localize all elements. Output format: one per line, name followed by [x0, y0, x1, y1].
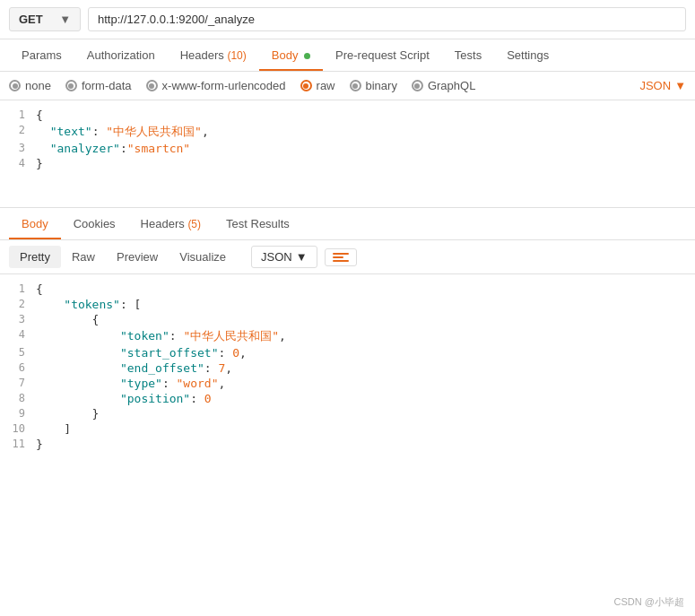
resp-json-chevron-icon: ▼ — [296, 250, 308, 264]
fmt-tab-visualize[interactable]: Visualize — [169, 246, 237, 268]
headers-badge: (10) — [227, 49, 246, 62]
radio-raw-circle — [300, 80, 312, 91]
response-tabs: Body Cookies Headers (5) Test Results — [0, 208, 695, 240]
resp-tab-cookies[interactable]: Cookies — [61, 208, 128, 239]
radio-raw[interactable]: raw — [300, 79, 335, 92]
watermark: CSDN @小毕超 — [614, 595, 684, 609]
tab-params[interactable]: Params — [9, 39, 74, 71]
tab-settings[interactable]: Settings — [494, 39, 561, 71]
radio-binary[interactable]: binary — [350, 79, 397, 92]
req-line-1: 1 { — [0, 108, 695, 123]
wrap-line-1 — [333, 253, 349, 255]
body-type-bar: none form-data x-www-form-urlencoded raw… — [0, 72, 695, 100]
wrap-line-2 — [333, 256, 343, 258]
resp-line-8: 8 "position": 0 — [0, 391, 695, 406]
method-label: GET — [19, 13, 43, 26]
radio-binary-circle — [350, 80, 361, 91]
method-select[interactable]: GET ▼ — [9, 7, 81, 31]
resp-line-7: 7 "type": "word", — [0, 376, 695, 391]
url-bar: GET ▼ — [0, 0, 695, 39]
resp-headers-badge: (5) — [187, 218, 201, 230]
resp-line-3: 3 { — [0, 312, 695, 327]
tab-headers[interactable]: Headers (10) — [168, 39, 259, 71]
json-chevron-icon: ▼ — [674, 79, 686, 92]
fmt-tab-raw[interactable]: Raw — [61, 246, 106, 268]
radio-graphql[interactable]: GraphQL — [412, 79, 475, 92]
radio-graphql-circle — [412, 80, 423, 91]
resp-line-2: 2 "tokens": [ — [0, 297, 695, 312]
resp-line-10: 10 ] — [0, 421, 695, 437]
req-line-2: 2 "text": "中华人民共和国", — [0, 123, 695, 141]
wrap-icon[interactable] — [325, 248, 357, 266]
resp-line-4: 4 "token": "中华人民共和国", — [0, 327, 695, 345]
tab-tests[interactable]: Tests — [442, 39, 494, 71]
response-format-bar: Pretty Raw Preview Visualize JSON ▼ — [0, 240, 695, 274]
tab-pre-request[interactable]: Pre-request Script — [323, 39, 442, 71]
tab-body[interactable]: Body — [259, 39, 323, 71]
fmt-tab-pretty[interactable]: Pretty — [9, 246, 61, 268]
radio-urlencoded-circle — [146, 80, 158, 91]
req-line-4: 4 } — [0, 156, 695, 171]
resp-tab-body[interactable]: Body — [9, 208, 61, 239]
json-type-dropdown[interactable]: JSON ▼ — [639, 79, 686, 92]
tab-authorization[interactable]: Authorization — [74, 39, 168, 71]
resp-tab-headers[interactable]: Headers (5) — [128, 208, 213, 239]
radio-none-circle — [9, 80, 21, 91]
resp-tab-test-results[interactable]: Test Results — [213, 208, 302, 239]
radio-form-data-circle — [65, 80, 77, 91]
radio-urlencoded[interactable]: x-www-form-urlencoded — [146, 79, 286, 92]
radio-none[interactable]: none — [9, 79, 51, 92]
fmt-tab-preview[interactable]: Preview — [106, 246, 169, 268]
request-tabs: Params Authorization Headers (10) Body P… — [0, 39, 695, 72]
method-chevron-icon: ▼ — [59, 13, 71, 26]
radio-form-data[interactable]: form-data — [65, 79, 132, 92]
request-body-editor[interactable]: 1 { 2 "text": "中华人民共和国", 3 "analyzer":"s… — [0, 100, 695, 208]
resp-line-9: 9 } — [0, 406, 695, 421]
resp-line-5: 5 "start_offset": 0, — [0, 345, 695, 360]
req-line-3: 3 "analyzer":"smartcn" — [0, 141, 695, 156]
resp-json-dropdown[interactable]: JSON ▼ — [251, 246, 317, 268]
json-type-label: JSON — [639, 79, 671, 92]
resp-line-1: 1 { — [0, 282, 695, 297]
url-input[interactable] — [88, 7, 686, 31]
body-dot-icon — [304, 53, 310, 59]
response-body-viewer: 1 { 2 "tokens": [ 3 { 4 "token": "中华人民共和… — [0, 274, 695, 490]
wrap-line-3 — [333, 260, 349, 262]
response-section: Body Cookies Headers (5) Test Results Pr… — [0, 208, 695, 490]
resp-line-6: 6 "end_offset": 7, — [0, 360, 695, 376]
resp-json-label: JSON — [261, 250, 292, 264]
resp-line-11: 11 } — [0, 437, 695, 452]
